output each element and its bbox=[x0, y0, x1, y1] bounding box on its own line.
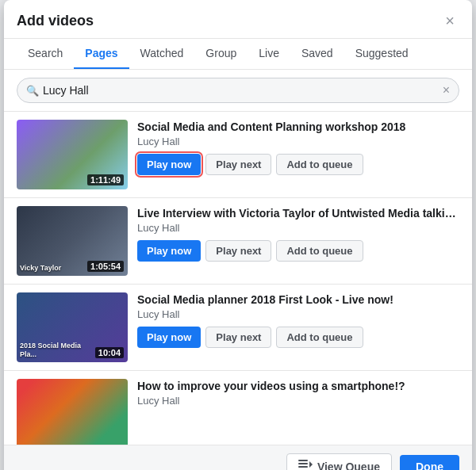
close-button[interactable]: × bbox=[440, 11, 459, 30]
play-now-button[interactable]: Play now bbox=[137, 154, 201, 175]
tab-pages[interactable]: Pages bbox=[74, 39, 129, 69]
video-title: Social Media planner 2018 First Look - L… bbox=[137, 292, 459, 307]
search-bar: 🔍 × bbox=[4, 70, 472, 112]
video-channel: Lucy Hall bbox=[137, 222, 459, 234]
svg-rect-0 bbox=[298, 460, 308, 461]
queue-icon bbox=[298, 460, 313, 470]
video-info: How to improve your videos using a smart… bbox=[137, 379, 459, 413]
video-title: Live Interview with Victoria Taylor of U… bbox=[137, 206, 459, 220]
video-list: 1:11:49Social Media and Content Planning… bbox=[4, 112, 472, 445]
add-to-queue-button[interactable]: Add to queue bbox=[276, 240, 363, 262]
tab-group[interactable]: Group bbox=[194, 39, 248, 69]
action-buttons: Play nowPlay nextAdd to queue bbox=[137, 327, 459, 348]
action-buttons: Play nowPlay nextAdd to queue bbox=[137, 154, 459, 175]
tab-search[interactable]: Search bbox=[17, 39, 74, 69]
play-next-button[interactable]: Play next bbox=[205, 240, 271, 262]
play-now-button[interactable]: Play now bbox=[137, 327, 201, 348]
tab-saved[interactable]: Saved bbox=[290, 39, 344, 69]
modal-header: Add videos × bbox=[4, 0, 472, 39]
video-title: How to improve your videos using a smart… bbox=[137, 379, 459, 393]
play-next-button[interactable]: Play next bbox=[205, 154, 271, 175]
modal-title: Add videos bbox=[17, 13, 94, 29]
view-queue-label: View Queue bbox=[317, 460, 380, 471]
video-channel: Lucy Hall bbox=[137, 308, 459, 320]
duration-badge: 1:11:49 bbox=[87, 174, 124, 185]
video-item: 2018 Social Media Pla...10:04Social Medi… bbox=[4, 285, 472, 371]
add-to-queue-button[interactable]: Add to queue bbox=[276, 327, 363, 348]
action-buttons: Play nowPlay nextAdd to queue bbox=[137, 240, 459, 262]
video-channel: Lucy Hall bbox=[137, 395, 459, 407]
play-now-button[interactable]: Play now bbox=[137, 240, 201, 262]
duration-badge: 10:04 bbox=[95, 347, 124, 358]
svg-rect-1 bbox=[298, 463, 308, 464]
video-item: How to improve your videos using a smart… bbox=[4, 371, 472, 445]
svg-rect-2 bbox=[298, 466, 308, 468]
video-info: Social Media and Content Planning worksh… bbox=[137, 120, 459, 175]
thumb-overlay-text: Vicky Taylor bbox=[20, 264, 61, 273]
video-info: Live Interview with Victoria Taylor of U… bbox=[137, 206, 459, 262]
search-icon: 🔍 bbox=[26, 85, 39, 97]
search-clear-button[interactable]: × bbox=[443, 83, 450, 97]
svg-marker-3 bbox=[309, 461, 313, 468]
add-to-queue-button[interactable]: Add to queue bbox=[276, 154, 363, 175]
play-next-button[interactable]: Play next bbox=[205, 327, 271, 348]
tabs-container: SearchPagesWatchedGroupLiveSavedSuggeste… bbox=[4, 39, 472, 70]
tab-suggested[interactable]: Suggested bbox=[344, 39, 420, 69]
video-item: 1:11:49Social Media and Content Planning… bbox=[4, 112, 472, 198]
video-item: Vicky Taylor1:05:54Live Interview with V… bbox=[4, 198, 472, 285]
add-videos-modal: Add videos × SearchPagesWatchedGroupLive… bbox=[4, 0, 472, 470]
video-thumbnail: Vicky Taylor1:05:54 bbox=[17, 206, 128, 276]
thumb-overlay-text: 2018 Social Media Pla... bbox=[20, 342, 83, 359]
video-thumbnail: 1:11:49 bbox=[17, 120, 128, 189]
video-thumbnail bbox=[17, 379, 128, 445]
search-input[interactable] bbox=[17, 78, 459, 103]
done-button[interactable]: Done bbox=[400, 455, 459, 471]
video-thumbnail: 2018 Social Media Pla...10:04 bbox=[17, 292, 128, 362]
modal-footer: View Queue Done bbox=[4, 445, 472, 470]
video-channel: Lucy Hall bbox=[137, 136, 459, 147]
tab-live[interactable]: Live bbox=[248, 39, 290, 69]
view-queue-button[interactable]: View Queue bbox=[286, 453, 392, 470]
video-title: Social Media and Content Planning worksh… bbox=[137, 120, 459, 134]
tab-watched[interactable]: Watched bbox=[129, 39, 195, 69]
video-info: Social Media planner 2018 First Look - L… bbox=[137, 292, 459, 348]
duration-badge: 1:05:54 bbox=[87, 261, 124, 272]
